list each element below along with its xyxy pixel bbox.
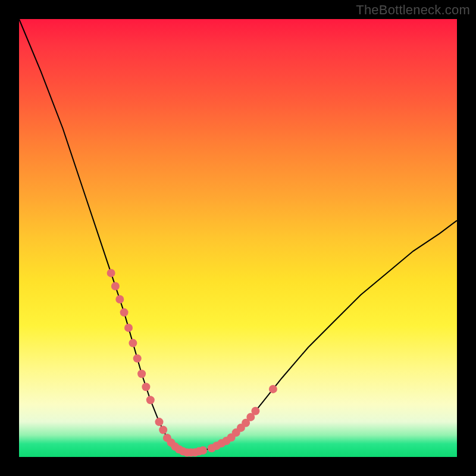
bottleneck-curve: [19, 19, 457, 453]
chart-svg: [19, 19, 457, 457]
data-dot: [115, 295, 124, 303]
data-dot: [251, 407, 259, 415]
data-dot: [137, 369, 146, 378]
data-dot: [142, 383, 150, 391]
data-dot: [159, 426, 167, 434]
data-dot: [133, 354, 142, 362]
data-dot: [124, 324, 133, 332]
chart-frame: TheBottleneck.com: [0, 0, 476, 476]
watermark-text: TheBottleneck.com: [356, 2, 470, 18]
data-dot: [155, 418, 164, 426]
data-dot: [199, 446, 207, 455]
data-dot: [120, 308, 129, 317]
data-dot: [269, 385, 277, 393]
data-dot: [129, 339, 137, 347]
data-dot: [146, 396, 155, 404]
data-dots-group: [107, 269, 277, 457]
data-dot: [107, 269, 115, 277]
data-dot: [111, 282, 120, 290]
